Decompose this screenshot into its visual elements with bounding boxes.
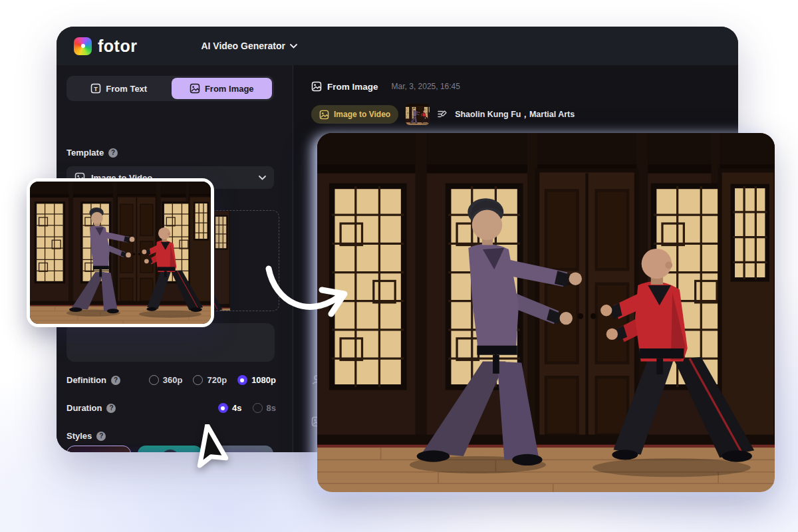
fotor-logo-icon <box>74 37 92 55</box>
definition-row: Definition ? 360p 720p 1080p <box>66 375 276 385</box>
arrow-annotation <box>263 263 356 323</box>
styles-label: Styles <box>66 431 92 441</box>
chevron-down-icon <box>290 44 297 49</box>
tab-from-image[interactable]: From Image <box>172 78 273 99</box>
brand-name: fotor <box>98 37 137 56</box>
style-thumbnails <box>66 446 275 452</box>
duration-row: Duration ? 4s 8s <box>66 403 276 413</box>
duration-option-4s[interactable]: 4s <box>218 403 241 413</box>
definition-option-720p[interactable]: 720p <box>193 375 227 385</box>
result-title: From Image <box>327 82 378 92</box>
help-icon[interactable]: ? <box>96 432 106 441</box>
template-label-row: Template ? <box>66 148 118 158</box>
result-timestamp: Mar, 3, 2025, 16:45 <box>392 82 460 91</box>
styles-label-row: Styles ? <box>66 431 106 441</box>
help-icon[interactable]: ? <box>106 404 116 413</box>
definition-label: Definition <box>66 375 106 385</box>
help-icon[interactable]: ? <box>111 376 120 385</box>
panel-divider <box>293 65 293 452</box>
tab-from-text[interactable]: T From Text <box>68 78 170 99</box>
image-icon <box>319 110 329 120</box>
definition-option-360p[interactable]: 360p <box>149 375 183 385</box>
result-meta-row: Image to Video Shaolin Kung Fu，Martial A… <box>311 104 575 125</box>
fotor-logo[interactable]: fotor <box>74 37 137 56</box>
template-label: Template <box>66 148 104 158</box>
app-title-label: AI Video Generator <box>201 41 285 51</box>
source-image-thumbnail[interactable] <box>406 104 430 125</box>
generated-video-preview[interactable] <box>317 133 775 492</box>
radio-selected-icon <box>237 375 247 385</box>
help-icon[interactable]: ? <box>108 148 118 158</box>
radio-icon <box>253 403 263 413</box>
source-tab-group: T From Text From Image <box>66 76 274 101</box>
app-header: fotor AI Video Generator <box>57 27 738 65</box>
source-image-preview[interactable] <box>27 178 214 327</box>
template-badge[interactable]: Image to Video <box>311 105 398 124</box>
prompt-text: Shaolin Kung Fu，Martial Arts <box>455 109 575 120</box>
duration-option-4s-label: 4s <box>232 403 241 413</box>
result-header: From Image Mar, 3, 2025, 16:45 <box>311 81 460 92</box>
duration-label: Duration <box>66 403 102 413</box>
tab-from-image-label: From Image <box>205 84 254 94</box>
chevron-down-icon <box>259 176 266 180</box>
prompt-icon <box>437 109 448 120</box>
definition-option-360p-label: 360p <box>163 375 183 385</box>
definition-label-row: Definition ? <box>66 375 120 385</box>
style-option-1[interactable] <box>66 446 131 452</box>
radio-selected-icon <box>218 403 228 413</box>
duration-option-8s[interactable]: 8s <box>253 403 276 413</box>
svg-text:T: T <box>94 86 98 92</box>
duration-option-8s-label: 8s <box>267 403 276 413</box>
definition-option-1080p[interactable]: 1080p <box>237 375 276 385</box>
duration-label-row: Duration ? <box>66 403 116 413</box>
definition-option-720p-label: 720p <box>207 375 227 385</box>
image-icon <box>311 81 322 92</box>
app-title-dropdown[interactable]: AI Video Generator <box>201 41 297 51</box>
settings-box <box>66 323 275 362</box>
definition-option-1080p-label: 1080p <box>251 375 276 385</box>
template-badge-label: Image to Video <box>334 110 390 119</box>
radio-icon <box>149 375 159 385</box>
cursor-icon <box>186 424 234 481</box>
image-icon <box>190 83 200 94</box>
radio-icon <box>193 375 203 385</box>
tab-from-text-label: From Text <box>106 84 147 94</box>
text-icon: T <box>90 83 101 94</box>
